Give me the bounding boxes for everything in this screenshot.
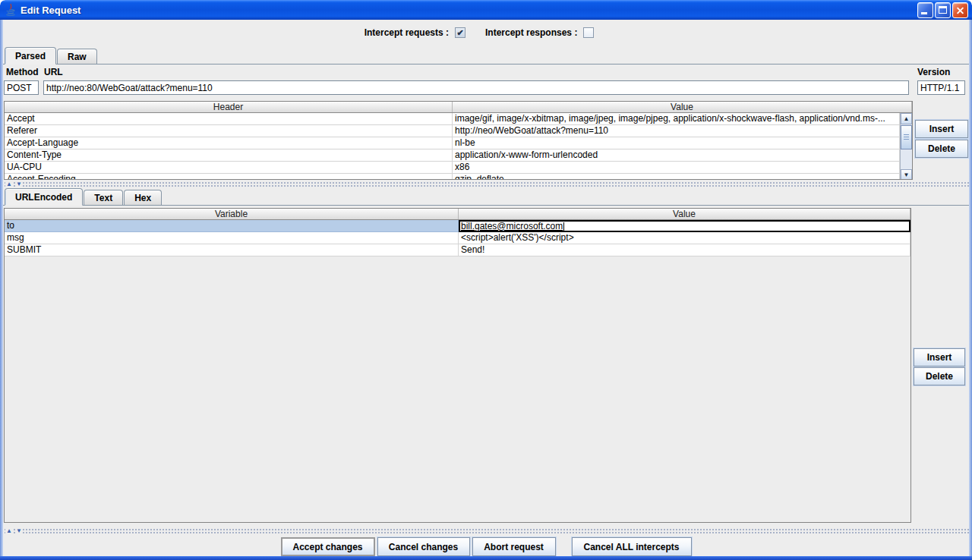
- version-input[interactable]: [917, 80, 965, 95]
- header-row-accept-encoding: Accept-Encoding gzip, deflate: [5, 174, 900, 180]
- header-name-cell[interactable]: Referer: [5, 125, 453, 137]
- scrollbar-thumb[interactable]: [901, 125, 912, 149]
- header-name-cell[interactable]: Accept-Language: [5, 137, 453, 149]
- tab-raw[interactable]: Raw: [57, 49, 97, 64]
- intercept-requests-label: Intercept requests :: [364, 27, 449, 38]
- header-row-referer: Referer http://neo/WebGoat/attack?menu=1…: [5, 125, 900, 137]
- header-row-accept: Accept image/gif, image/x-xbitmap, image…: [5, 113, 900, 125]
- param-variable-cell[interactable]: to: [5, 220, 459, 232]
- param-value-editor[interactable]: bill.gates@microsoft.com: [459, 220, 910, 232]
- header-name-cell[interactable]: Accept: [5, 113, 453, 125]
- titlebar[interactable]: Edit Request: [0, 0, 972, 20]
- edit-request-window: Edit Request Intercept requests : ✔ Inte…: [0, 0, 972, 560]
- param-variable-cell[interactable]: msg: [5, 232, 459, 244]
- tab-text[interactable]: Text: [84, 190, 123, 205]
- param-row-submit: SUBMIT Send!: [5, 244, 910, 256]
- cancel-changes-button[interactable]: Cancel changes: [377, 537, 470, 556]
- header-row-content-type: Content-Type application/x-www-form-urle…: [5, 149, 900, 162]
- check-icon: ✔: [456, 29, 463, 37]
- column-value[interactable]: Value: [453, 102, 912, 112]
- method-label: Method: [6, 67, 39, 77]
- arrow-up-icon: ▲: [904, 115, 910, 122]
- splitter-top[interactable]: ▲ ▼: [3, 181, 969, 187]
- window-title: Edit Request: [21, 5, 80, 16]
- accept-changes-button[interactable]: Accept changes: [281, 537, 375, 556]
- version-label: Version: [917, 67, 950, 77]
- maximize-icon: [939, 6, 947, 14]
- text-caret: [563, 222, 564, 231]
- params-table: Variable Value to bill.gates@microsoft.c…: [4, 208, 911, 523]
- splitter-expand-icon[interactable]: ▼: [15, 181, 23, 187]
- headers-table: Header Value Accept image/gif, image/x-x…: [4, 101, 913, 180]
- header-value-cell[interactable]: application/x-www-form-urlencoded: [453, 149, 900, 162]
- window-border-left: [0, 20, 3, 556]
- headers-table-header: Header Value: [5, 102, 912, 113]
- tab-hex[interactable]: Hex: [124, 190, 162, 205]
- splitter-collapse-icon[interactable]: ▲: [5, 528, 13, 534]
- header-value-cell[interactable]: nl-be: [453, 137, 900, 149]
- intercept-responses-label: Intercept responses :: [485, 27, 577, 38]
- header-name-cell[interactable]: Accept-Encoding: [5, 174, 453, 180]
- headers-scrollbar: ▲ ▼: [900, 113, 912, 180]
- tab-urlencoded[interactable]: URLEncoded: [5, 188, 83, 206]
- header-value-cell[interactable]: x86: [453, 162, 900, 174]
- splitter-collapse-icon[interactable]: ▲: [5, 181, 13, 187]
- arrow-down-icon: ▼: [904, 171, 910, 178]
- scrollbar-track[interactable]: [901, 150, 912, 169]
- header-row-accept-language: Accept-Language nl-be: [5, 137, 900, 149]
- param-row-to: to bill.gates@microsoft.com: [5, 220, 910, 232]
- window-border-right: [969, 20, 972, 556]
- header-name-cell[interactable]: Content-Type: [5, 149, 453, 162]
- footer-buttons: Accept changes Cancel changes Abort requ…: [0, 537, 972, 556]
- headers-insert-button[interactable]: Insert: [915, 120, 968, 138]
- method-input[interactable]: [4, 80, 39, 95]
- intercept-responses-checkbox[interactable]: ✔: [583, 27, 594, 38]
- close-button[interactable]: [952, 2, 968, 18]
- headers-delete-button[interactable]: Delete: [915, 140, 968, 158]
- param-variable-cell[interactable]: SUBMIT: [5, 244, 459, 256]
- splitter-bottom[interactable]: ▲ ▼: [3, 527, 969, 534]
- url-label: URL: [44, 67, 63, 77]
- params-delete-button[interactable]: Delete: [914, 367, 965, 385]
- maximize-button[interactable]: [935, 2, 951, 18]
- param-row-msg: msg <script>alert('XSS')</script>: [5, 232, 910, 244]
- param-value-cell[interactable]: <script>alert('XSS')</script>: [459, 232, 910, 244]
- window-border-bottom: [0, 556, 972, 560]
- intercept-options: Intercept requests : ✔ Intercept respons…: [0, 25, 972, 40]
- splitter-expand-icon[interactable]: ▼: [15, 528, 23, 534]
- column-header[interactable]: Header: [5, 102, 453, 112]
- header-row-ua-cpu: UA-CPU x86: [5, 162, 900, 174]
- editor-text: bill.gates@microsoft.com: [461, 222, 563, 231]
- params-table-header: Variable Value: [5, 209, 910, 220]
- minimize-button[interactable]: [917, 2, 933, 18]
- header-value-cell[interactable]: image/gif, image/x-xbitmap, image/jpeg, …: [453, 113, 900, 125]
- header-name-cell[interactable]: UA-CPU: [5, 162, 453, 174]
- url-input[interactable]: [43, 80, 909, 95]
- header-value-cell[interactable]: http://neo/WebGoat/attack?menu=110: [453, 125, 900, 137]
- minimize-icon: [921, 12, 927, 14]
- params-empty-area: [5, 256, 910, 522]
- params-insert-button[interactable]: Insert: [914, 348, 965, 367]
- scroll-up-button[interactable]: ▲: [901, 113, 912, 124]
- tab-parsed[interactable]: Parsed: [5, 47, 56, 64]
- scroll-down-button[interactable]: ▼: [901, 169, 912, 180]
- request-tabbar: Parsed Raw: [3, 47, 969, 64]
- intercept-requests-checkbox[interactable]: ✔: [455, 27, 465, 38]
- param-value-cell[interactable]: Send!: [459, 244, 910, 256]
- header-value-cell[interactable]: gzip, deflate: [453, 174, 900, 180]
- body-tabbar: URLEncoded Text Hex: [3, 188, 969, 206]
- column-value[interactable]: Value: [459, 209, 910, 219]
- java-icon: [4, 3, 17, 17]
- abort-request-button[interactable]: Abort request: [472, 537, 556, 556]
- column-variable[interactable]: Variable: [5, 209, 459, 219]
- cancel-all-intercepts-button[interactable]: Cancel ALL intercepts: [572, 537, 692, 556]
